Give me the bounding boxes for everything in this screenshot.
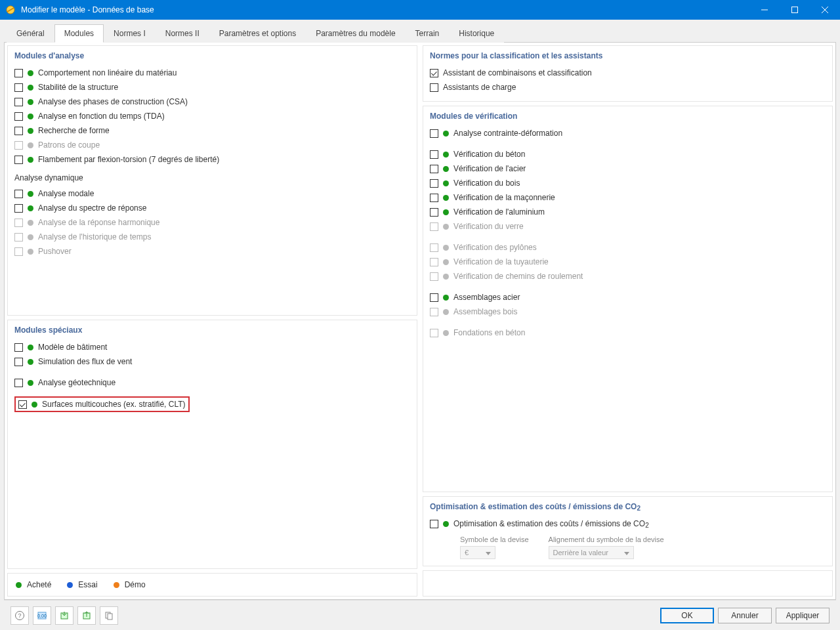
checkbox	[430, 329, 438, 337]
item-label: Recherche de forme	[38, 125, 110, 136]
status-dot-icon	[28, 157, 33, 163]
module-item: Analyse des phases de construction (CSA)	[14, 94, 410, 109]
analysis-title: Modules d'analyse	[14, 51, 410, 60]
norms-item: Assistants de charge	[430, 80, 826, 94]
copy-icon-button[interactable]	[100, 606, 118, 625]
module-item: Recherche de forme	[14, 123, 410, 138]
module-item: Simulation des flux de vent	[14, 354, 410, 369]
right-footer-strip	[423, 570, 833, 597]
item-label: Analyse géotechnique	[38, 377, 116, 388]
tab-param-tres-du-mod-le[interactable]: Paramètres du modèle	[306, 24, 405, 43]
item-label: Assemblages acier	[453, 291, 520, 303]
module-item: Analyse du spectre de réponse	[14, 201, 410, 215]
item-label: Fondations en béton	[453, 327, 525, 339]
tab-g-n-ral[interactable]: Général	[7, 24, 54, 43]
cancel-button[interactable]: Annuler	[718, 608, 772, 623]
currency-symbol-combo[interactable]: €	[460, 546, 495, 559]
item-label: Vérification de l'acier	[453, 163, 526, 175]
tab-param-tres-et-options[interactable]: Paramètres et options	[209, 24, 306, 43]
tab-historique[interactable]: Historique	[449, 24, 504, 43]
verify-item: Assemblages acier	[430, 290, 826, 304]
item-label: Patrons de coupe	[38, 139, 100, 151]
checkbox[interactable]	[14, 190, 23, 198]
module-item: Modèle de bâtiment	[14, 340, 410, 354]
legend-trial: Essai	[78, 580, 97, 589]
currency-align-combo[interactable]: Derrière la valeur	[549, 546, 634, 559]
checkbox[interactable]	[14, 379, 23, 387]
checkbox[interactable]	[14, 343, 23, 352]
checkbox[interactable]	[430, 129, 438, 138]
status-dot-icon	[28, 99, 33, 105]
analysis-modules-panel: Modules d'analyse Comportement non linéa…	[7, 45, 417, 316]
checkbox[interactable]	[430, 293, 438, 302]
status-dot-icon	[443, 309, 449, 315]
status-dot-icon	[28, 85, 33, 91]
module-item: Analyse modale	[14, 186, 410, 201]
verify-item: Analyse contrainte-déformation	[430, 126, 826, 140]
tab-normes-i[interactable]: Normes I	[104, 24, 156, 43]
checkbox[interactable]	[430, 69, 438, 77]
minimize-button[interactable]	[749, 0, 780, 20]
verify-item: Vérification du béton	[430, 147, 826, 161]
module-item: Patrons de coupe	[14, 138, 410, 152]
close-button[interactable]	[810, 0, 840, 20]
special-modules-panel: Modules spéciaux Modèle de bâtimentSimul…	[7, 320, 417, 569]
checkbox[interactable]	[430, 150, 438, 159]
checkbox	[430, 308, 438, 316]
special-title: Modules spéciaux	[14, 326, 410, 335]
checkbox	[14, 233, 23, 242]
legend-dot-trial	[67, 582, 73, 588]
checkbox[interactable]	[18, 400, 27, 409]
ok-button[interactable]: OK	[660, 608, 714, 623]
item-label: Vérification des pylônes	[453, 242, 537, 253]
module-item: Pushover	[14, 244, 410, 259]
verify-item: Vérification de la maçonnerie	[430, 190, 826, 205]
opt-label: Optimisation & estimation des coûts / ém…	[453, 518, 649, 530]
checkbox[interactable]	[14, 127, 23, 135]
bottom-toolbar: ? 0,00 OK Annuler Appliquer	[4, 600, 836, 630]
import-icon-button[interactable]	[55, 606, 74, 625]
item-label: Assistant de combinaisons et classificat…	[443, 67, 592, 79]
opt-title: Optimisation & estimation des coûts / ém…	[430, 502, 826, 511]
maximize-button[interactable]	[780, 0, 810, 20]
item-label: Flambement par flexion-torsion (7 degrés…	[38, 154, 219, 165]
help-icon-button[interactable]: ?	[10, 606, 29, 625]
checkbox[interactable]	[14, 358, 23, 366]
module-item: Stabilité de la structure	[14, 80, 410, 94]
checkbox[interactable]	[14, 83, 23, 92]
app-icon	[5, 5, 16, 15]
checkbox[interactable]	[430, 194, 438, 202]
verify-title: Modules de vérification	[430, 112, 826, 121]
status-dot-icon	[28, 380, 33, 386]
checkbox[interactable]	[14, 204, 23, 213]
status-dot-icon	[28, 191, 33, 197]
checkbox[interactable]	[430, 83, 438, 92]
checkbox[interactable]	[14, 98, 23, 106]
item-label: Assemblages bois	[453, 306, 517, 318]
checkbox	[14, 219, 23, 227]
checkbox[interactable]	[14, 69, 23, 77]
legend-dot-demo	[114, 582, 119, 588]
checkbox[interactable]	[430, 179, 438, 188]
checkbox[interactable]	[430, 208, 438, 217]
norms-panel: Normes pour la classification et les ass…	[423, 45, 833, 102]
legend-dot-purchased	[16, 582, 22, 588]
units-icon-button[interactable]: 0,00	[33, 606, 51, 625]
dynamic-title: Analyse dynamique	[14, 173, 410, 182]
legend-purchased: Acheté	[27, 580, 51, 589]
opt-checkbox[interactable]	[430, 520, 438, 528]
tab-modules[interactable]: Modules	[54, 24, 104, 43]
item-label: Vérification de l'aluminium	[453, 206, 545, 218]
apply-button[interactable]: Appliquer	[776, 608, 830, 623]
svg-text:?: ?	[18, 612, 21, 619]
tab-terrain[interactable]: Terrain	[406, 24, 450, 43]
checkbox[interactable]	[430, 165, 438, 173]
currency-align-label: Alignement du symbole de la devise	[549, 536, 664, 543]
export-icon-button[interactable]	[77, 606, 96, 625]
checkbox[interactable]	[14, 112, 23, 121]
norms-item: Assistant de combinaisons et classificat…	[430, 66, 826, 80]
checkbox[interactable]	[14, 156, 23, 164]
tab-normes-ii[interactable]: Normes II	[156, 24, 209, 43]
status-dot-icon	[28, 359, 33, 365]
module-item: Analyse de la réponse harmonique	[14, 215, 410, 230]
